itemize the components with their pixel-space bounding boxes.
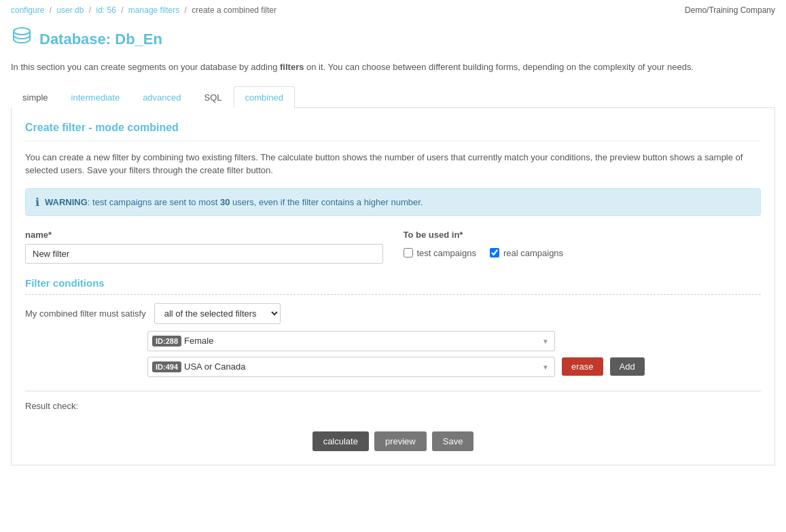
test-campaigns-input[interactable] xyxy=(404,248,413,258)
filter1-id-badge: ID:288 xyxy=(152,336,181,347)
main-panel: Create filter - mode combined You can cr… xyxy=(11,108,775,465)
erase-button[interactable]: erase xyxy=(562,357,603,376)
add-button[interactable]: Add xyxy=(610,357,645,376)
breadcrumb-manage-filters[interactable]: manage filters xyxy=(128,5,179,15)
usage-label: To be used in* xyxy=(404,230,762,240)
separator4: / xyxy=(185,5,187,15)
warning-number: 30 xyxy=(220,197,230,207)
info-icon: ℹ xyxy=(35,196,39,209)
calculate-button[interactable]: calculate xyxy=(312,431,369,451)
form-row: name* To be used in* test campaigns real… xyxy=(25,230,761,264)
breadcrumb-configure[interactable]: configure xyxy=(11,5,44,15)
action-bar: calculate preview Save xyxy=(25,425,761,451)
real-campaigns-input[interactable] xyxy=(490,248,499,258)
tab-combined[interactable]: combined xyxy=(234,86,295,108)
filter2-id-badge: ID:494 xyxy=(152,361,181,372)
separator2: / xyxy=(89,5,91,15)
breadcrumb-current: create a combined filter xyxy=(192,5,276,15)
tab-simple[interactable]: simple xyxy=(11,86,60,108)
panel-title: Create filter - mode combined xyxy=(25,122,761,141)
warning-box: ℹ WARNING: test campaigns are sent to mo… xyxy=(25,188,761,216)
name-group: name* xyxy=(25,230,383,264)
tabs-container: simple intermediate advanced SQL combine… xyxy=(11,86,775,108)
breadcrumb-id[interactable]: id: 56 xyxy=(96,5,115,15)
filter-conditions-section: Filter conditions My combined filter mus… xyxy=(25,277,761,377)
tab-sql[interactable]: SQL xyxy=(193,86,234,108)
filter1-wrapper: ID:288 Female ▼ xyxy=(147,331,555,351)
filter-conditions-title: Filter conditions xyxy=(25,277,761,295)
database-icon xyxy=(11,26,33,52)
save-button[interactable]: Save xyxy=(432,431,474,451)
filter2-row: ID:494 USA or Canada ▼ erase Add xyxy=(147,357,761,377)
filter2-chevron-icon: ▼ xyxy=(542,363,549,370)
top-bar: configure / user db / id: 56 / manage fi… xyxy=(0,0,786,20)
separator: / xyxy=(50,5,52,15)
warning-prefix: WARNING xyxy=(45,197,88,207)
condition-row: My combined filter must satisfy all of t… xyxy=(25,303,761,324)
company-name: Demo/Training Company xyxy=(685,5,775,15)
condition-label: My combined filter must satisfy xyxy=(25,308,146,319)
breadcrumb-user-db[interactable]: user db xyxy=(56,5,84,15)
result-section: Result check: xyxy=(25,391,761,411)
page-content: Database: Db_En In this section you can … xyxy=(0,20,786,479)
separator3: / xyxy=(121,5,123,15)
tab-intermediate[interactable]: intermediate xyxy=(60,86,132,108)
filter1-row: ID:288 Female ▼ xyxy=(147,331,761,351)
panel-description: You can create a new filter by combining… xyxy=(25,151,761,177)
filter1-select[interactable]: ID:288 Female ▼ xyxy=(147,331,555,351)
real-campaigns-label: real campaigns xyxy=(503,248,563,258)
test-campaigns-checkbox[interactable]: test campaigns xyxy=(404,248,476,258)
tab-advanced[interactable]: advanced xyxy=(131,86,192,108)
filter2-value: USA or Canada xyxy=(184,361,245,372)
breadcrumb: configure / user db / id: 56 / manage fi… xyxy=(11,5,276,15)
test-campaigns-label: test campaigns xyxy=(417,248,476,258)
db-header: Database: Db_En xyxy=(11,26,775,52)
real-campaigns-checkbox[interactable]: real campaigns xyxy=(490,248,563,258)
preview-button[interactable]: preview xyxy=(374,431,427,451)
name-label: name* xyxy=(25,230,383,240)
result-label: Result check: xyxy=(25,401,761,411)
filter1-value: Female xyxy=(184,336,213,346)
filter2-select[interactable]: ID:494 USA or Canada ▼ xyxy=(147,357,555,377)
name-input[interactable] xyxy=(25,244,383,264)
warning-text: WARNING: test campaigns are sent to most… xyxy=(45,197,423,207)
filter1-chevron-icon: ▼ xyxy=(542,337,549,344)
condition-select[interactable]: all of the selected filters any of the s… xyxy=(154,303,281,324)
svg-point-0 xyxy=(14,28,30,35)
usage-group: To be used in* test campaigns real campa… xyxy=(404,230,762,258)
filter2-wrapper: ID:494 USA or Canada ▼ xyxy=(147,357,555,377)
page-title: Database: Db_En xyxy=(39,31,162,48)
checkbox-row: test campaigns real campaigns xyxy=(404,248,762,258)
intro-text: In this section you can create segments … xyxy=(11,60,775,74)
